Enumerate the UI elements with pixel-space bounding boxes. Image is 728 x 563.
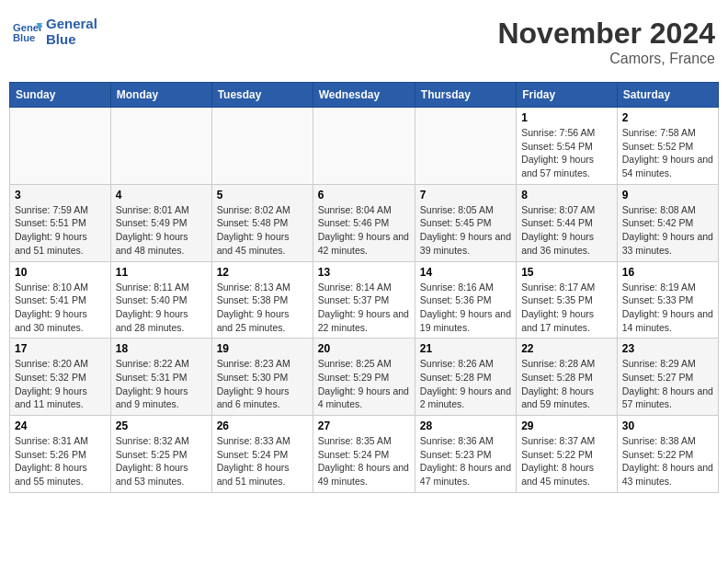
day-cell: 24Sunrise: 8:31 AMSunset: 5:26 PMDayligh… xyxy=(10,416,111,493)
calendar: SundayMondayTuesdayWednesdayThursdayFrid… xyxy=(9,82,719,493)
day-number: 8 xyxy=(521,189,612,201)
day-cell: 28Sunrise: 8:36 AMSunset: 5:23 PMDayligh… xyxy=(415,416,516,493)
day-info: Sunrise: 8:28 AMSunset: 5:28 PMDaylight:… xyxy=(521,357,612,411)
day-number: 10 xyxy=(15,266,106,279)
day-number: 7 xyxy=(420,189,511,201)
month-title: November 2024 xyxy=(497,17,715,51)
day-info: Sunrise: 8:17 AMSunset: 5:35 PMDaylight:… xyxy=(521,281,612,335)
day-cell: 3Sunrise: 7:59 AMSunset: 5:51 PMDaylight… xyxy=(10,184,111,261)
day-info: Sunrise: 8:32 AMSunset: 5:25 PMDaylight:… xyxy=(116,434,207,488)
day-info: Sunrise: 8:01 AMSunset: 5:49 PMDaylight:… xyxy=(116,203,207,258)
day-cell: 9Sunrise: 8:08 AMSunset: 5:42 PMDaylight… xyxy=(617,184,718,261)
day-info: Sunrise: 8:36 AMSunset: 5:23 PMDaylight:… xyxy=(420,434,511,488)
day-cell: 5Sunrise: 8:02 AMSunset: 5:48 PMDaylight… xyxy=(211,184,313,261)
day-number: 5 xyxy=(217,189,308,201)
svg-text:Blue: Blue xyxy=(13,32,35,43)
day-cell: 19Sunrise: 8:23 AMSunset: 5:30 PMDayligh… xyxy=(211,339,313,416)
day-cell: 16Sunrise: 8:19 AMSunset: 5:33 PMDayligh… xyxy=(617,261,718,339)
day-info: Sunrise: 7:56 AMSunset: 5:54 PMDaylight:… xyxy=(521,126,612,180)
day-cell: 4Sunrise: 8:01 AMSunset: 5:49 PMDaylight… xyxy=(110,184,211,261)
location-title: Camors, France xyxy=(497,51,715,67)
day-number: 1 xyxy=(521,111,612,124)
day-cell: 23Sunrise: 8:29 AMSunset: 5:27 PMDayligh… xyxy=(617,339,718,416)
day-cell: 20Sunrise: 8:25 AMSunset: 5:29 PMDayligh… xyxy=(313,339,415,416)
header-sunday: Sunday xyxy=(10,83,111,108)
day-info: Sunrise: 8:05 AMSunset: 5:45 PMDaylight:… xyxy=(420,203,511,258)
day-number: 27 xyxy=(318,419,410,432)
day-cell: 12Sunrise: 8:13 AMSunset: 5:38 PMDayligh… xyxy=(211,261,313,339)
day-info: Sunrise: 8:19 AMSunset: 5:33 PMDaylight:… xyxy=(622,281,713,335)
day-info: Sunrise: 8:02 AMSunset: 5:48 PMDaylight:… xyxy=(217,203,308,258)
day-cell: 8Sunrise: 8:07 AMSunset: 5:44 PMDaylight… xyxy=(517,184,618,261)
title-block: November 2024 Camors, France xyxy=(497,17,715,67)
day-number: 29 xyxy=(521,419,612,432)
day-number: 22 xyxy=(521,342,612,355)
day-info: Sunrise: 8:07 AMSunset: 5:44 PMDaylight:… xyxy=(521,203,612,258)
day-number: 21 xyxy=(420,342,511,355)
day-number: 2 xyxy=(622,111,713,124)
day-cell xyxy=(110,108,211,185)
logo-icon: General Blue xyxy=(13,19,42,45)
day-info: Sunrise: 8:25 AMSunset: 5:29 PMDaylight:… xyxy=(318,357,410,411)
day-cell: 11Sunrise: 8:11 AMSunset: 5:40 PMDayligh… xyxy=(110,261,211,339)
day-cell xyxy=(415,108,516,185)
day-info: Sunrise: 8:11 AMSunset: 5:40 PMDaylight:… xyxy=(116,281,207,335)
logo-line2: Blue xyxy=(46,32,97,48)
day-info: Sunrise: 8:33 AMSunset: 5:24 PMDaylight:… xyxy=(217,434,308,488)
day-cell: 17Sunrise: 8:20 AMSunset: 5:32 PMDayligh… xyxy=(10,339,111,416)
day-number: 11 xyxy=(116,266,207,279)
day-cell: 27Sunrise: 8:35 AMSunset: 5:24 PMDayligh… xyxy=(313,416,415,493)
calendar-header-row: SundayMondayTuesdayWednesdayThursdayFrid… xyxy=(10,83,719,108)
day-cell: 29Sunrise: 8:37 AMSunset: 5:22 PMDayligh… xyxy=(517,416,618,493)
day-cell: 7Sunrise: 8:05 AMSunset: 5:45 PMDaylight… xyxy=(415,184,516,261)
day-info: Sunrise: 8:35 AMSunset: 5:24 PMDaylight:… xyxy=(318,434,410,488)
day-cell: 22Sunrise: 8:28 AMSunset: 5:28 PMDayligh… xyxy=(517,339,618,416)
day-info: Sunrise: 8:08 AMSunset: 5:42 PMDaylight:… xyxy=(622,203,713,258)
logo: General Blue General Blue xyxy=(13,17,97,47)
day-info: Sunrise: 8:23 AMSunset: 5:30 PMDaylight:… xyxy=(217,357,308,411)
day-cell: 10Sunrise: 8:10 AMSunset: 5:41 PMDayligh… xyxy=(10,261,111,339)
week-row-1: 1Sunrise: 7:56 AMSunset: 5:54 PMDaylight… xyxy=(10,108,719,185)
day-cell: 1Sunrise: 7:56 AMSunset: 5:54 PMDaylight… xyxy=(517,108,618,185)
header-saturday: Saturday xyxy=(617,83,718,108)
day-cell: 18Sunrise: 8:22 AMSunset: 5:31 PMDayligh… xyxy=(110,339,211,416)
day-number: 13 xyxy=(318,266,410,279)
day-info: Sunrise: 8:37 AMSunset: 5:22 PMDaylight:… xyxy=(521,434,612,488)
day-cell xyxy=(313,108,415,185)
day-info: Sunrise: 8:31 AMSunset: 5:26 PMDaylight:… xyxy=(15,434,106,488)
day-number: 12 xyxy=(217,266,308,279)
day-number: 24 xyxy=(15,419,106,432)
day-number: 23 xyxy=(622,342,713,355)
day-number: 28 xyxy=(420,419,511,432)
day-cell: 15Sunrise: 8:17 AMSunset: 5:35 PMDayligh… xyxy=(517,261,618,339)
day-info: Sunrise: 8:13 AMSunset: 5:38 PMDaylight:… xyxy=(217,281,308,335)
day-number: 4 xyxy=(116,189,207,201)
day-info: Sunrise: 8:22 AMSunset: 5:31 PMDaylight:… xyxy=(116,357,207,411)
header-monday: Monday xyxy=(110,83,211,108)
day-info: Sunrise: 8:20 AMSunset: 5:32 PMDaylight:… xyxy=(15,357,106,411)
day-cell: 26Sunrise: 8:33 AMSunset: 5:24 PMDayligh… xyxy=(211,416,313,493)
day-info: Sunrise: 8:38 AMSunset: 5:22 PMDaylight:… xyxy=(622,434,713,488)
day-info: Sunrise: 7:59 AMSunset: 5:51 PMDaylight:… xyxy=(15,203,106,258)
day-number: 15 xyxy=(521,266,612,279)
day-number: 20 xyxy=(318,342,410,355)
week-row-2: 3Sunrise: 7:59 AMSunset: 5:51 PMDaylight… xyxy=(10,184,719,261)
day-info: Sunrise: 8:26 AMSunset: 5:28 PMDaylight:… xyxy=(420,357,511,411)
day-cell: 2Sunrise: 7:58 AMSunset: 5:52 PMDaylight… xyxy=(617,108,718,185)
week-row-3: 10Sunrise: 8:10 AMSunset: 5:41 PMDayligh… xyxy=(10,261,719,339)
header-tuesday: Tuesday xyxy=(211,83,313,108)
day-number: 18 xyxy=(116,342,207,355)
day-cell xyxy=(211,108,313,185)
day-number: 14 xyxy=(420,266,511,279)
day-number: 30 xyxy=(622,419,713,432)
day-number: 26 xyxy=(217,419,308,432)
day-number: 25 xyxy=(116,419,207,432)
day-info: Sunrise: 8:04 AMSunset: 5:46 PMDaylight:… xyxy=(318,203,410,258)
week-row-5: 24Sunrise: 8:31 AMSunset: 5:26 PMDayligh… xyxy=(10,416,719,493)
day-cell xyxy=(10,108,111,185)
day-info: Sunrise: 7:58 AMSunset: 5:52 PMDaylight:… xyxy=(622,126,713,180)
header-thursday: Thursday xyxy=(415,83,516,108)
day-number: 6 xyxy=(318,189,410,201)
day-info: Sunrise: 8:14 AMSunset: 5:37 PMDaylight:… xyxy=(318,281,410,335)
day-cell: 13Sunrise: 8:14 AMSunset: 5:37 PMDayligh… xyxy=(313,261,415,339)
